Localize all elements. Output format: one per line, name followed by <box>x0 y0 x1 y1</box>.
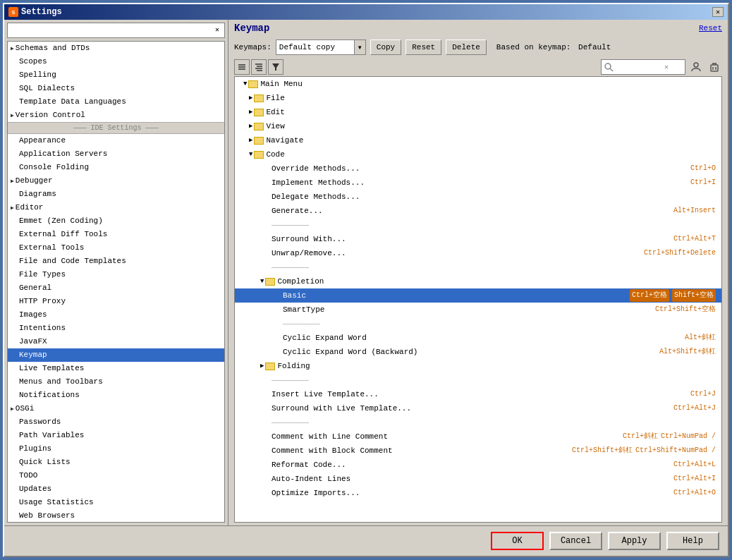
sidebar-item-scopes[interactable]: Scopes <box>8 55 224 68</box>
sidebar-item-spelling[interactable]: Spelling <box>8 68 224 82</box>
sidebar-item-quick-lists[interactable]: Quick Lists <box>8 456 224 469</box>
keymap-search-input[interactable] <box>601 59 685 75</box>
expand-icon: ▶ <box>11 202 14 214</box>
km-optimize-imports[interactable]: Optimize Imports... Ctrl+Alt+O <box>235 486 721 500</box>
km-delegate-methods[interactable]: Delegate Methods... <box>235 190 721 204</box>
sidebar-item-javafx[interactable]: JavaFX <box>8 335 224 348</box>
sidebar-item-appearance[interactable]: Appearance <box>8 134 224 147</box>
km-folding[interactable]: ▶ Folding <box>235 359 721 373</box>
sidebar-item-menus-toolbars[interactable]: Menus and Toolbars <box>8 375 224 389</box>
sidebar-item-file-types[interactable]: File Types <box>8 268 224 281</box>
app-icon: S <box>8 7 18 17</box>
sidebar-item-path-variables[interactable]: Path Variables <box>8 429 224 442</box>
sidebar-item-diagrams[interactable]: Diagrams <box>8 188 224 201</box>
km-cyclic-expand-back[interactable]: Cyclic Expand Word (Backward) Alt+Shift+… <box>235 345 721 359</box>
help-button[interactable]: Help <box>666 532 719 550</box>
km-surround-live[interactable]: Surround with Live Template... Ctrl+Alt+… <box>235 401 721 415</box>
km-auto-indent[interactable]: Auto-Indent Lines Ctrl+Alt+I <box>235 472 721 486</box>
folder-icon <box>265 363 275 370</box>
sidebar-item-general[interactable]: General <box>8 281 224 295</box>
km-comment-line[interactable]: Comment with Line Comment Ctrl+斜杠 Ctrl+N… <box>235 430 721 444</box>
sidebar-item-web-browsers[interactable]: Web Browsers <box>8 509 224 523</box>
sidebar-item-images[interactable]: Images <box>8 308 224 322</box>
km-generate[interactable]: Generate... Alt+Insert <box>235 204 721 218</box>
expand-icon: ▶ <box>11 403 14 415</box>
km-sep4: ———————— <box>235 373 721 387</box>
expand-all-btn[interactable] <box>234 59 250 75</box>
delete-icon-btn[interactable] <box>707 59 722 75</box>
settings-dialog: S Settings ✕ ✕ ▶ Schemas and DTDs <box>3 3 729 557</box>
sidebar-item-version-control[interactable]: ▶ Version Control <box>8 109 224 122</box>
km-navigate[interactable]: ▶ Navigate <box>235 133 721 147</box>
close-button[interactable]: ✕ <box>712 7 724 17</box>
km-implement-methods[interactable]: Implement Methods... Ctrl+I <box>235 176 721 190</box>
km-code[interactable]: ▼ Code <box>235 147 721 162</box>
reset-button[interactable]: Reset <box>405 39 441 55</box>
sidebar-item-ext-diff[interactable]: External Diff Tools <box>8 228 224 241</box>
sidebar-item-intentions[interactable]: Intentions <box>8 322 224 335</box>
sidebar-item-schemas[interactable]: ▶ Schemas and DTDs <box>8 42 224 55</box>
km-smart-type[interactable]: SmartType Ctrl+Shift+空格 <box>235 303 721 317</box>
km-surround-with[interactable]: Surround With... Ctrl+Alt+T <box>235 232 721 246</box>
toolbar-row: ✕ <box>228 58 728 76</box>
reset-link[interactable]: Reset <box>699 24 722 32</box>
settings-tree[interactable]: ▶ Schemas and DTDs Scopes Spelling SQL D… <box>7 41 225 523</box>
svg-marker-9 <box>272 63 279 71</box>
copy-button[interactable]: Copy <box>370 39 401 55</box>
panel-title: Keymap <box>234 23 269 34</box>
sidebar-item-todo[interactable]: TODO <box>8 469 224 482</box>
sidebar-item-emmet[interactable]: Emmet (Zen Coding) <box>8 214 224 228</box>
right-header: Keymap Reset <box>228 20 728 37</box>
km-main-menu[interactable]: ▼ Main Menu <box>235 77 721 91</box>
sidebar-item-template-data[interactable]: Template Data Languages <box>8 95 224 109</box>
keymap-tree[interactable]: ▼ Main Menu ▶ File ▶ Edit <box>234 76 722 523</box>
sidebar-item-console-folding[interactable]: Console Folding <box>8 161 224 174</box>
sidebar-item-sql-dialects[interactable]: SQL Dialects <box>8 82 224 95</box>
sidebar-item-debugger[interactable]: ▶ Debugger <box>8 174 224 188</box>
km-sep3: ———————— <box>235 317 721 331</box>
km-file[interactable]: ▶ File <box>235 91 721 105</box>
sidebar-item-file-code-templates[interactable]: File and Code Templates <box>8 255 224 268</box>
search-clear-icon[interactable]: ✕ <box>215 25 219 34</box>
sidebar-item-passwords[interactable]: Passwords <box>8 415 224 429</box>
ok-button[interactable]: OK <box>491 532 544 550</box>
km-sep1: ———————— <box>235 218 721 232</box>
keymap-dropdown-btn[interactable]: ▼ <box>354 40 365 54</box>
sidebar-item-ext-tools[interactable]: External Tools <box>8 241 224 255</box>
sidebar-item-keymap[interactable]: Keymap <box>8 348 224 362</box>
sidebar-item-http-proxy[interactable]: HTTP Proxy <box>8 295 224 308</box>
sidebar-item-plugins[interactable]: Plugins <box>8 442 224 456</box>
km-basic[interactable]: Basic Ctrl+空格 Shift+空格 <box>235 288 721 303</box>
sidebar-item-osgi[interactable]: ▶ OSGi <box>8 402 224 415</box>
keymap-select-input[interactable] <box>276 40 354 54</box>
title-bar: S Settings ✕ <box>4 4 728 20</box>
collapse-all-btn[interactable] <box>251 59 267 75</box>
km-unwrap[interactable]: Unwrap/Remove... Ctrl+Shift+Delete <box>235 246 721 260</box>
apply-button[interactable]: Apply <box>608 532 661 550</box>
cancel-button[interactable]: Cancel <box>549 532 602 550</box>
filter-btn[interactable] <box>268 59 283 75</box>
sidebar-item-app-servers[interactable]: Application Servers <box>8 147 224 161</box>
km-edit[interactable]: ▶ Edit <box>235 105 721 119</box>
user-icon-btn[interactable] <box>688 59 704 75</box>
sidebar-item-updates[interactable]: Updates <box>8 482 224 496</box>
search-right-clear-icon[interactable]: ✕ <box>664 63 669 71</box>
svg-rect-13 <box>711 65 718 71</box>
km-completion[interactable]: ▼ Completion <box>235 274 721 288</box>
km-comment-block[interactable]: Comment with Block Comment Ctrl+Shift+斜杠… <box>235 444 721 458</box>
based-on-label: Based on keymap: Default <box>496 43 611 51</box>
sidebar-item-usage-stats[interactable]: Usage Statistics <box>8 496 224 509</box>
sidebar-item-editor[interactable]: ▶ Editor <box>8 201 224 214</box>
km-reformat[interactable]: Reformat Code... Ctrl+Alt+L <box>235 458 721 472</box>
svg-point-12 <box>694 63 698 67</box>
km-insert-live[interactable]: Insert Live Template... Ctrl+J <box>235 387 721 401</box>
sidebar-item-notifications[interactable]: Notifications <box>8 389 224 402</box>
km-view[interactable]: ▶ View <box>235 119 721 133</box>
km-override-methods[interactable]: Override Methods... Ctrl+O <box>235 162 721 176</box>
settings-search-input[interactable] <box>7 23 225 38</box>
delete-button[interactable]: Delete <box>446 39 487 55</box>
sidebar-item-live-templates[interactable]: Live Templates <box>8 362 224 375</box>
search-icon <box>604 62 614 72</box>
km-sep5: ———————— <box>235 415 721 430</box>
km-cyclic-expand[interactable]: Cyclic Expand Word Alt+斜杠 <box>235 331 721 345</box>
